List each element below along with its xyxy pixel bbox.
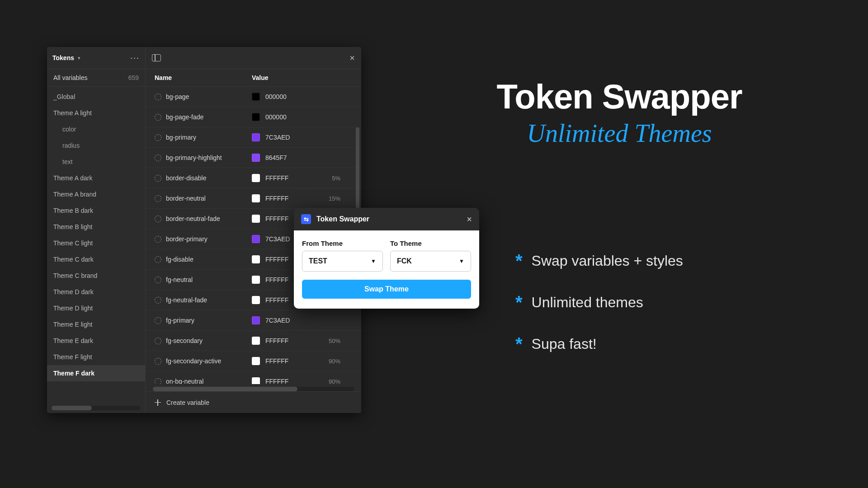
table-row[interactable]: fg-primary7C3AED [146,310,361,331]
close-icon[interactable]: × [349,53,355,62]
token-opacity: 5% [332,175,340,182]
variable-type-icon [155,297,161,304]
table-row[interactable]: bg-primary7C3AED [146,127,361,148]
sidebar-item[interactable]: Theme C light [47,235,145,251]
col-header-name: Name [146,74,243,81]
token-name: bg-page-fade [166,113,203,121]
sidebar-item[interactable]: Theme C brand [47,267,145,284]
token-opacity: 15% [329,195,340,202]
token-name: bg-primary-highlight [166,154,222,161]
from-theme-select[interactable]: TEST ▼ [302,251,383,272]
color-swatch [252,296,260,304]
bullet-item: *Swap variables + styles [515,252,778,270]
table-row[interactable]: border-neutralFFFFFF15% [146,188,361,209]
sidebar-item[interactable]: text [47,154,145,170]
table-row[interactable]: fg-secondaryFFFFFF50% [146,331,361,351]
token-hex: FFFFFF [265,337,288,344]
sidebar-item[interactable]: radius [47,137,145,154]
variable-type-icon [155,94,161,100]
variable-type-icon [155,155,161,161]
to-theme-select[interactable]: FCK ▼ [390,251,471,272]
sidebar-item[interactable]: Theme F light [47,349,145,365]
token-hex: FFFFFF [265,195,288,202]
token-hex: FFFFFF [265,215,288,222]
more-icon[interactable]: ··· [130,54,140,62]
token-name: border-disable [166,174,207,182]
marketing-block: Token Swapper Unlimited Themes *Swap var… [461,77,778,376]
create-variable-button[interactable]: Create variable [146,391,361,413]
sidebar-title[interactable]: Tokens [52,54,74,61]
color-swatch [252,215,260,223]
tokens-sidebar: Tokens ▾ ··· All variables 659 _GlobalTh… [47,47,146,413]
asterisk-icon: * [515,335,523,353]
table-row[interactable]: border-disableFFFFFF5% [146,168,361,188]
marketing-title: Token Swapper [461,77,778,116]
sidebar-item[interactable]: Theme B dark [47,202,145,219]
table-row[interactable]: on-bg-neutralFFFFFF90% [146,371,361,384]
color-swatch [252,113,260,121]
sidebar-item[interactable]: _Global [47,89,145,105]
sidebar-all-variables[interactable]: All variables 659 [47,69,145,87]
variable-type-icon [155,378,161,385]
from-theme-label: From Theme [302,239,383,247]
bullet-text: Swap variables + styles [532,253,683,269]
panel-layout-icon[interactable] [152,54,161,61]
token-hex: FFFFFF [265,174,288,182]
all-variables-count: 659 [128,74,139,81]
token-name: bg-page [166,93,189,100]
sidebar-item[interactable]: color [47,121,145,137]
swapper-header: ⇆ Token Swapper × [294,208,479,230]
sidebar-header: Tokens ▾ ··· [47,47,145,69]
sidebar-item[interactable]: Theme A brand [47,186,145,202]
sidebar-item[interactable]: Theme E light [47,316,145,333]
table-header: Name Value [146,69,361,87]
swapper-logo-icon: ⇆ [301,214,311,224]
token-hex: FFFFFF [265,378,288,384]
color-swatch [252,276,260,284]
token-hex: 000000 [265,93,287,100]
sidebar-item[interactable]: Theme F dark [47,365,145,381]
table-row[interactable]: fg-secondary-activeFFFFFF90% [146,351,361,371]
sidebar-item[interactable]: Theme C dark [47,251,145,267]
token-hex: 8645F7 [265,154,287,161]
to-theme-label: To Theme [390,239,471,247]
token-opacity: 90% [329,358,340,365]
bullet-text: Unlimited themes [532,294,643,311]
sidebar-item[interactable]: Theme E dark [47,333,145,349]
from-theme-value: TEST [309,257,327,265]
asterisk-icon: * [515,252,523,270]
color-swatch [252,337,260,345]
swap-theme-button[interactable]: Swap Theme [302,280,471,299]
token-name: fg-secondary-active [166,357,221,365]
token-name: border-neutral [166,195,206,202]
token-hex: 7C3AED [265,317,290,324]
color-swatch [252,154,260,162]
table-row[interactable]: bg-page-fade000000 [146,107,361,127]
sidebar-item[interactable]: Theme D light [47,300,145,316]
token-opacity: 90% [329,378,340,385]
sidebar-scrollbar[interactable] [52,406,141,410]
marketing-bullets: *Swap variables + styles*Unlimited theme… [515,252,778,353]
token-name: border-neutral-fade [166,215,220,222]
color-swatch [252,357,260,365]
create-variable-label: Create variable [166,399,209,406]
variable-type-icon [155,134,161,141]
table-row[interactable]: bg-primary-highlight8645F7 [146,148,361,168]
color-swatch [252,235,260,243]
sidebar-item[interactable]: Theme D dark [47,284,145,300]
table-row[interactable]: bg-page000000 [146,87,361,107]
variable-type-icon [155,338,161,344]
variable-type-icon [155,114,161,121]
color-swatch [252,174,260,182]
color-swatch [252,377,260,384]
color-swatch [252,255,260,263]
main-scrollbar[interactable] [153,387,354,391]
token-name: fg-neutral-fade [166,296,207,304]
chevron-down-icon[interactable]: ▾ [78,55,80,61]
token-name: fg-secondary [166,337,203,344]
sidebar-item[interactable]: Theme B light [47,219,145,235]
sidebar-item[interactable]: Theme A light [47,105,145,121]
sidebar-list: _GlobalTheme A lightcolorradiustextTheme… [47,87,145,404]
sidebar-item[interactable]: Theme A dark [47,170,145,186]
token-hex: 7C3AED [265,134,290,141]
